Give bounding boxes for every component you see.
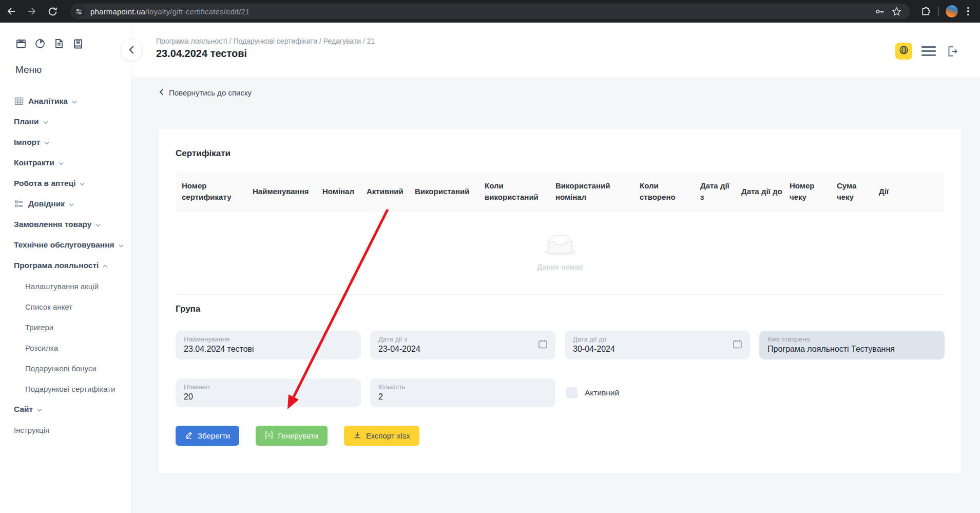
column-header-actions: Дії: [879, 186, 945, 197]
column-header-valid-from: Дата дії з: [700, 180, 741, 203]
breadcrumb: Програма лояльності / Подарункові сертиф…: [156, 37, 375, 45]
sidebar-item-label: Аналітика: [28, 97, 68, 106]
chevron-down-icon: [80, 179, 85, 188]
export-xlsx-button[interactable]: Експорт xlsx: [344, 426, 419, 446]
sidebar-item-maintenance[interactable]: Технічне обслуговування: [0, 235, 131, 255]
avatar[interactable]: [943, 3, 960, 20]
export-button-label: Експорт xlsx: [366, 431, 410, 440]
sidebar-item-pharmacy-work[interactable]: Робота в аптеці: [0, 173, 131, 194]
column-header-name: Найменування: [253, 186, 322, 197]
column-header-when-used: Коли використаний: [485, 180, 555, 203]
document-icon[interactable]: [53, 38, 65, 51]
column-header-receipt-sum: Сума чеку: [837, 180, 879, 203]
forward-icon[interactable]: [23, 2, 41, 21]
archive-icon[interactable]: [15, 38, 27, 51]
sidebar-item-label: Список анкет: [25, 302, 72, 311]
app-window: Меню Аналітика Плани Імпорт Контракти Ро…: [0, 23, 980, 513]
reload-icon[interactable]: [43, 2, 62, 21]
sidebar-item-gift-bonuses[interactable]: Подарункові бонуси: [0, 358, 131, 378]
empty-inbox-icon: [544, 235, 577, 258]
certificates-section-title: Сертифікати: [176, 148, 230, 159]
date-to-field[interactable]: Дата дії до 30-04-2024: [565, 331, 750, 359]
chevron-up-icon: [103, 261, 108, 270]
field-label: Ким створено: [767, 335, 924, 343]
sidebar-item-label: Подарункові бонуси: [25, 364, 97, 373]
field-value: Програма лояльності Тестування: [767, 345, 924, 354]
globe-icon: [899, 45, 909, 57]
page-header: Програма лояльності / Подарункові сертиф…: [131, 23, 980, 77]
column-header-valid-to: Дата дії до: [741, 186, 790, 197]
sidebar-item-mailing[interactable]: Розсилка: [0, 337, 131, 358]
sidebar-item-label: Довідник: [28, 199, 65, 208]
save-button[interactable]: Зберегти: [176, 426, 239, 446]
sidebar-item-plans[interactable]: Плани: [0, 111, 131, 132]
column-header-certificate-number: Номер сертификату: [176, 180, 253, 203]
quantity-field[interactable]: Кількість 2: [370, 378, 555, 407]
chevron-down-icon: [72, 97, 77, 106]
language-button[interactable]: [895, 43, 912, 60]
sidebar-item-directory[interactable]: Довідник: [0, 194, 131, 214]
back-to-list-link[interactable]: Повернутись до списку: [159, 88, 252, 97]
column-header-nominal: Номінал: [322, 186, 367, 197]
field-value: 23-04-2024: [378, 345, 535, 354]
name-field[interactable]: Найменування 23.04.2024 тестові: [176, 331, 361, 359]
toolbar-separator: [938, 7, 939, 16]
calendar-icon[interactable]: [537, 339, 548, 352]
sidebar-item-promo-settings[interactable]: Налаштування акцій: [0, 276, 131, 296]
chevron-left-icon: [159, 88, 164, 97]
group-section-title: Група: [176, 304, 200, 314]
date-from-field[interactable]: Дата дії з 23-04-2024: [370, 331, 555, 359]
generate-button-label: Генерувати: [278, 431, 318, 440]
sidebar-item-questionnaires[interactable]: Список анкет: [0, 296, 131, 317]
sidebar-item-triggers[interactable]: Тригери: [0, 317, 131, 337]
sidebar-item-site[interactable]: Сайт: [0, 399, 131, 420]
browser-menu-icon[interactable]: [960, 7, 976, 16]
save-button-label: Зберегти: [198, 431, 230, 440]
sidebar-item-instruction[interactable]: Інструкція: [0, 420, 131, 440]
active-checkbox[interactable]: [566, 387, 578, 398]
site-settings-icon[interactable]: [72, 5, 85, 18]
address-bar[interactable]: pharmapoint.ua/loyalty/gift-certificates…: [71, 4, 910, 19]
certificates-table-header: Номер сертификату Найменування Номінал А…: [176, 172, 945, 212]
url-host: pharmapoint.ua: [90, 7, 145, 16]
column-header-created: Коли створено: [640, 180, 700, 203]
book-icon[interactable]: [72, 38, 84, 51]
generate-button[interactable]: Генерувати: [256, 426, 328, 446]
key-icon[interactable]: [872, 4, 888, 18]
calendar-icon[interactable]: [732, 339, 743, 352]
sidebar-item-label: Сайт: [14, 405, 33, 414]
logout-icon[interactable]: [945, 44, 959, 59]
sidebar-item-loyalty-program[interactable]: Програма лояльності: [0, 255, 131, 276]
sidebar-item-label: Робота в аптеці: [14, 179, 75, 188]
pie-chart-icon[interactable]: [34, 38, 46, 51]
field-label: Дата дії до: [573, 335, 729, 343]
field-label: Найменування: [184, 335, 340, 343]
sidebar-item-contracts[interactable]: Контракти: [0, 153, 131, 173]
sidebar-item-gift-certificates[interactable]: Подарункові сертифікати: [0, 378, 131, 399]
back-icon[interactable]: [2, 2, 21, 21]
download-icon: [353, 431, 361, 441]
column-header-receipt-number: Номер чеку: [790, 180, 837, 203]
sidebar-item-label: Імпорт: [14, 138, 40, 147]
extensions-icon[interactable]: [917, 3, 934, 20]
nominal-field[interactable]: Номінал 20: [176, 378, 361, 407]
browser-toolbar: pharmapoint.ua/loyalty/gift-certificates…: [0, 0, 980, 23]
sidebar-item-import[interactable]: Імпорт: [0, 132, 131, 153]
sidebar-collapse-button[interactable]: [120, 39, 143, 61]
sidebar-item-goods-order[interactable]: Замовлення товару: [0, 214, 131, 235]
pencil-icon: [185, 431, 193, 441]
sidebar-quick-icons: [0, 23, 131, 51]
column-header-used-nominal: Використаний номінал: [555, 180, 640, 203]
chevron-down-icon: [43, 117, 48, 126]
chevron-down-icon: [69, 199, 74, 208]
sidebar-item-label: Інструкція: [14, 426, 49, 434]
group-fields-row-2: Номінал 20 Кількість 2 Активний: [176, 378, 945, 407]
field-label: Дата дії з: [378, 335, 535, 343]
sidebar-menu: Аналітика Плани Імпорт Контракти Робота …: [0, 91, 131, 440]
back-link-label: Повернутись до списку: [169, 88, 252, 97]
hamburger-icon[interactable]: [921, 46, 936, 56]
sidebar-item-analytics[interactable]: Аналітика: [0, 91, 131, 111]
generate-icon: [265, 431, 273, 441]
star-icon[interactable]: [888, 4, 905, 18]
sidebar-item-label: Замовлення товару: [14, 220, 91, 229]
